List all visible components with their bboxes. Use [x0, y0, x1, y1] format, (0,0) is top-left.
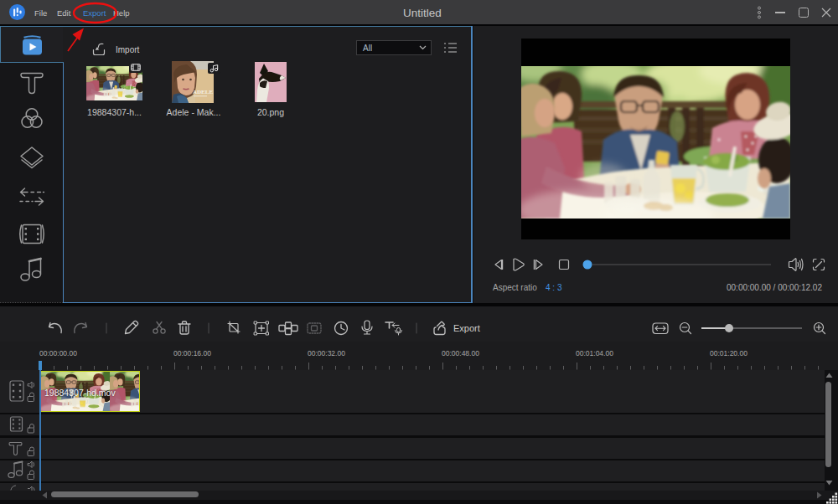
svg-text:ADELE: ADELE [193, 89, 213, 95]
